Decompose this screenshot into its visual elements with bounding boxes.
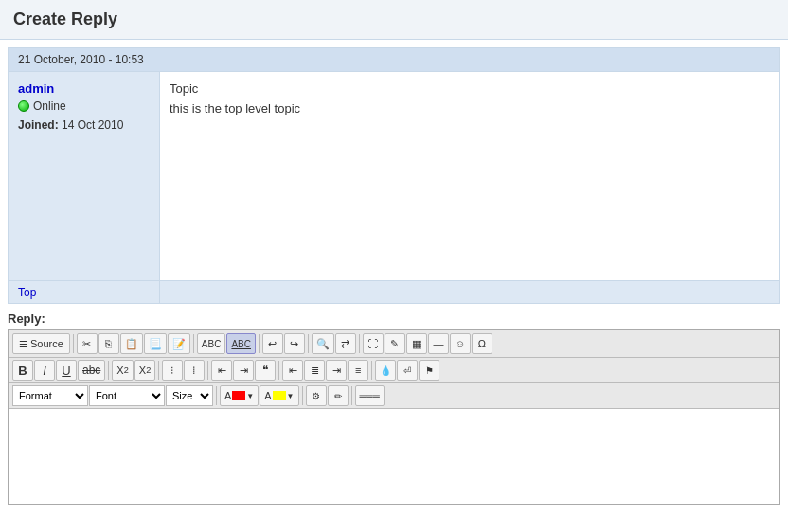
font-color-arrow: ▼ <box>246 392 254 400</box>
joined-date: 14 Oct 2010 <box>62 118 123 132</box>
separator-7 <box>158 361 159 380</box>
rule-button[interactable]: ═══ <box>355 385 385 406</box>
flag-button[interactable]: ⚑ <box>419 360 439 381</box>
font-color-icon: A <box>224 390 231 401</box>
bg-color-swatch <box>273 391 286 400</box>
table-button[interactable]: ▦ <box>406 333 427 354</box>
font-color-button[interactable]: A ▼ <box>220 385 259 406</box>
separator-2 <box>193 334 194 353</box>
separator-8 <box>207 361 208 380</box>
paste-plain-button[interactable]: 📃 <box>144 333 167 354</box>
online-dot-icon <box>18 100 29 112</box>
source-button[interactable]: ☰ Source <box>12 333 70 354</box>
author-username[interactable]: admin <box>18 81 54 96</box>
separator-3 <box>259 334 260 353</box>
post-content: Topic this is the top level topic <box>160 72 779 280</box>
styles-button[interactable]: ⚙ <box>306 385 327 406</box>
separator-6 <box>108 361 109 380</box>
toolbar-row3: Format Paragraph Heading 1 Heading 2 Hea… <box>9 383 779 409</box>
reply-label: Reply: <box>8 311 780 326</box>
hr-button[interactable]: — <box>428 333 449 354</box>
copy-button[interactable]: ⎘ <box>98 333 119 354</box>
ordered-list-button[interactable]: ⁝ <box>162 360 183 381</box>
post-footer: Top <box>9 280 779 303</box>
joined-label: Joined: <box>18 118 59 132</box>
post-footer-right <box>160 281 779 303</box>
format2-button[interactable]: ✏ <box>328 385 349 406</box>
status-text: Online <box>33 99 66 113</box>
superscript-button[interactable]: X2 <box>134 360 155 381</box>
post-body: admin Online Joined: 14 Oct 2010 Topic t… <box>9 72 779 280</box>
subscript-button[interactable]: X2 <box>112 360 133 381</box>
break-button[interactable]: ⏎ <box>397 360 418 381</box>
separator-1 <box>73 334 74 353</box>
spell-check2-button[interactable]: ABC <box>226 333 256 354</box>
find-button[interactable]: 🔍 <box>312 333 334 354</box>
toolbar-row1: ☰ Source ✂ ⎘ 📋 📃 📝 ABC ABC <box>9 330 779 358</box>
page-container: Create Reply 21 October, 2010 - 10:53 ad… <box>0 0 788 505</box>
separator-10 <box>371 361 372 380</box>
align-center-button[interactable]: ≣ <box>304 360 325 381</box>
drupal-button[interactable]: 💧 <box>375 360 396 381</box>
source-icon: ☰ <box>19 339 27 349</box>
special-char-button[interactable]: Ω <box>472 333 492 354</box>
spell-check-button[interactable]: ABC <box>197 333 226 354</box>
indent-decrease-button[interactable]: ⇤ <box>211 360 232 381</box>
paste-button[interactable]: 📋 <box>120 333 143 354</box>
paste-word-button[interactable]: 📝 <box>168 333 190 354</box>
redo-button[interactable]: ↪ <box>284 333 305 354</box>
undo-button[interactable]: ↩ <box>262 333 283 354</box>
blockquote-button[interactable]: ❝ <box>255 360 276 381</box>
replace-button[interactable]: ⇄ <box>335 333 356 354</box>
separator-4 <box>308 334 309 353</box>
editor-area[interactable] <box>9 409 779 504</box>
preview-button[interactable]: ✎ <box>385 333 405 354</box>
post-header: 21 October, 2010 - 10:53 <box>9 48 779 72</box>
editor-container: ☰ Source ✂ ⎘ 📋 📃 📝 ABC ABC <box>8 329 780 505</box>
strikethrough-button[interactable]: abc <box>78 360 105 381</box>
size-select[interactable]: Size 8 10 12 14 <box>166 385 213 406</box>
format-select[interactable]: Format Paragraph Heading 1 Heading 2 Hea… <box>12 385 88 406</box>
separator-11 <box>216 386 217 405</box>
post-author: admin Online Joined: 14 Oct 2010 <box>9 72 160 280</box>
post-date: 21 October, 2010 - 10:53 <box>18 53 144 66</box>
reply-section: Reply: ☰ Source ✂ ⎘ 📋 📃 📝 <box>8 311 780 505</box>
smiley-button[interactable]: ☺ <box>450 333 471 354</box>
unordered-list-button[interactable]: ⁞ <box>184 360 205 381</box>
topic-title: Topic <box>170 81 770 96</box>
italic-button[interactable]: I <box>34 360 55 381</box>
fullscreen-button[interactable]: ⛶ <box>363 333 384 354</box>
align-right-button[interactable]: ⇥ <box>326 360 347 381</box>
separator-12 <box>302 386 303 405</box>
page-title: Create Reply <box>0 0 788 40</box>
post-wrapper: 21 October, 2010 - 10:53 admin Online Jo… <box>8 47 780 304</box>
online-status: Online <box>18 99 150 113</box>
cut-button[interactable]: ✂ <box>77 333 98 354</box>
topic-body: this is the top level topic <box>170 101 770 115</box>
bg-color-arrow: ▼ <box>287 392 295 400</box>
separator-13 <box>351 386 352 405</box>
post-footer-left: Top <box>9 281 160 303</box>
toolbar-row2: B I U abc X2 X2 ⁝ ⁞ ⇤ ⇥ ❝ ⇤ ≣ ⇥ ≡ � <box>9 358 779 383</box>
joined-info: Joined: 14 Oct 2010 <box>18 118 150 132</box>
font-color-swatch <box>232 391 245 400</box>
underline-button[interactable]: U <box>56 360 77 381</box>
top-link[interactable]: Top <box>18 286 36 299</box>
source-label: Source <box>30 338 63 349</box>
indent-increase-button[interactable]: ⇥ <box>233 360 254 381</box>
align-left-button[interactable]: ⇤ <box>282 360 303 381</box>
bg-color-button[interactable]: A ▼ <box>260 385 298 406</box>
align-justify-button[interactable]: ≡ <box>348 360 368 381</box>
bold-button[interactable]: B <box>12 360 33 381</box>
font-select[interactable]: Font Arial Times New Roman Courier New <box>89 385 165 406</box>
separator-9 <box>278 361 279 380</box>
separator-5 <box>359 334 360 353</box>
bg-color-icon: A <box>264 390 271 401</box>
